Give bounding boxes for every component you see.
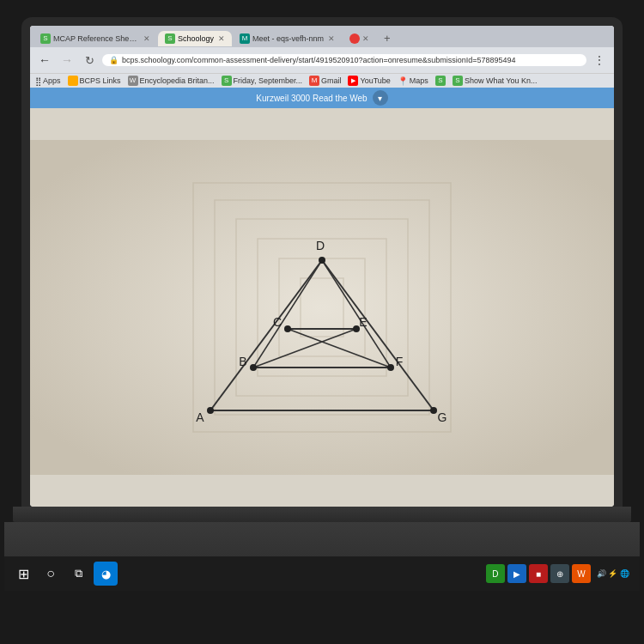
tab-mcap-close[interactable]: ✕ — [143, 34, 150, 43]
point-f-label: F — [396, 355, 404, 368]
lock-icon: 🔒 — [109, 56, 118, 64]
address-bar[interactable]: 🔒 bcps.schoology.com/common-assessment-d… — [102, 54, 586, 66]
tray-icon-2[interactable]: ▶ — [507, 564, 526, 583]
edge-button[interactable]: ◕ — [94, 562, 118, 586]
encyclopedia-label: Encyclopedia Britan... — [140, 76, 215, 85]
bcps-icon — [68, 76, 78, 86]
svg-point-20 — [387, 364, 394, 371]
kurzweil-bar[interactable]: Kurzweil 3000 Read the Web ▾ — [30, 88, 614, 108]
kurzweil-chevron[interactable]: ▾ — [373, 90, 388, 106]
laptop-frame: S MCAP Reference Sheet June 201... ✕ S S… — [0, 0, 644, 644]
tab-extra-close[interactable]: ✕ — [362, 34, 369, 43]
tab-extra-icon — [349, 33, 360, 44]
laptop-hinge — [13, 507, 631, 522]
point-e-label: E — [359, 315, 367, 329]
search-button[interactable]: ○ — [39, 562, 63, 586]
encyclopedia-icon: W — [128, 76, 138, 86]
taskbar: ⊞ ○ ⧉ ◕ D ▶ ■ ⊕ W 🔊 ⚡ 🌐 — [4, 556, 640, 591]
show-label: Show What You Kn... — [465, 76, 538, 85]
bookmark-apps[interactable]: ⣿ Apps — [35, 76, 61, 86]
laptop-base: ⊞ ○ ⧉ ◕ D ▶ ■ ⊕ W 🔊 ⚡ 🌐 — [4, 522, 640, 591]
tab-schoology-label: Schoology — [178, 34, 214, 43]
bookmark-bcps[interactable]: BCPS Links — [68, 76, 121, 86]
point-d-label: D — [316, 239, 325, 252]
browser-chrome: S MCAP Reference Sheet June 201... ✕ S S… — [30, 26, 614, 108]
point-c-label: C — [273, 315, 282, 329]
tray-icon-4[interactable]: ⊕ — [550, 564, 569, 583]
tab-meet-close[interactable]: ✕ — [328, 34, 335, 43]
apps-icon: ⣿ — [35, 76, 41, 86]
laptop-screen-outer: S MCAP Reference Sheet June 201... ✕ S S… — [21, 17, 623, 507]
svg-point-19 — [250, 364, 257, 371]
tray-icon-1[interactable]: D — [486, 564, 505, 583]
tab-schoology-close[interactable]: ✕ — [218, 34, 225, 43]
bookmark-friday[interactable]: S Friday, September... — [222, 76, 302, 86]
back-button[interactable]: ← — [35, 51, 54, 70]
friday-icon: S — [222, 76, 232, 86]
tray-icon-5[interactable]: W — [572, 564, 591, 583]
svg-point-16 — [319, 257, 325, 264]
apps-label: Apps — [43, 76, 61, 85]
kurzweil-label: Kurzweil 3000 Read the Web — [256, 94, 367, 103]
point-b-label: B — [239, 355, 246, 368]
tab-mcap-label: MCAP Reference Sheet June 201... — [53, 34, 139, 43]
point-a-label: A — [196, 410, 204, 424]
gmail-label: Gmail — [321, 76, 342, 85]
geometry-diagram: D C E B F A G — [167, 191, 477, 449]
tab-schoology[interactable]: S Schoology ✕ — [158, 31, 232, 46]
tab-meet[interactable]: M Meet - eqs-vefh-nnm ✕ — [233, 31, 342, 46]
friday-label: Friday, September... — [234, 76, 302, 85]
tab-meet-label: Meet - eqs-vefh-nnm — [252, 34, 324, 43]
bookmark-s[interactable]: S — [435, 76, 446, 86]
tab-mcap[interactable]: S MCAP Reference Sheet June 201... ✕ — [33, 31, 157, 46]
bookmark-gmail[interactable]: M Gmail — [309, 76, 342, 86]
tab-mcap-icon: S — [40, 33, 51, 44]
tab-schoology-icon: S — [165, 33, 175, 44]
nav-bar: ← → ↻ 🔒 bcps.schoology.com/common-assess… — [30, 47, 614, 73]
bcps-label: BCPS Links — [80, 76, 121, 85]
system-tray: D ▶ ■ ⊕ W 🔊 ⚡ 🌐 — [486, 564, 633, 583]
bookmark-maps[interactable]: 📍 Maps — [398, 76, 428, 86]
windows-start-button[interactable]: ⊞ — [11, 562, 35, 586]
s-icon: S — [435, 76, 446, 86]
point-g-label: G — [438, 410, 447, 424]
menu-button[interactable]: ⋮ — [590, 51, 609, 70]
show-icon: S — [453, 76, 463, 86]
tray-clock: 🔊 ⚡ 🌐 — [593, 569, 633, 578]
svg-point-21 — [207, 407, 214, 414]
maps-label: Maps — [410, 76, 428, 85]
bookmark-encyclopedia[interactable]: W Encyclopedia Britan... — [128, 76, 215, 86]
tab-meet-icon: M — [240, 33, 250, 44]
screen: S MCAP Reference Sheet June 201... ✕ S S… — [30, 26, 614, 507]
tab-bar: S MCAP Reference Sheet June 201... ✕ S S… — [30, 26, 614, 47]
maps-icon: 📍 — [398, 76, 408, 86]
task-view-button[interactable]: ⧉ — [66, 562, 90, 586]
forward-button[interactable]: → — [58, 51, 76, 70]
reload-button[interactable]: ↻ — [80, 51, 99, 70]
bookmark-show[interactable]: S Show What You Kn... — [453, 76, 538, 86]
youtube-label: YouTube — [360, 76, 390, 85]
content-area: D C E B F A G — [30, 108, 614, 507]
svg-line-15 — [322, 260, 391, 368]
svg-line-14 — [253, 260, 322, 368]
tab-extra[interactable]: ✕ — [343, 31, 376, 46]
youtube-icon: ▶ — [348, 76, 358, 86]
new-tab-button[interactable]: + — [377, 29, 398, 47]
tray-icon-3[interactable]: ■ — [529, 564, 548, 583]
bookmarks-bar: ⣿ Apps BCPS Links W Encyclopedia Britan.… — [30, 73, 614, 88]
svg-point-22 — [430, 407, 437, 414]
address-text: bcps.schoology.com/common-assessment-del… — [122, 56, 516, 64]
bookmark-youtube[interactable]: ▶ YouTube — [348, 76, 390, 86]
svg-point-17 — [284, 325, 291, 332]
gmail-icon: M — [309, 76, 319, 86]
